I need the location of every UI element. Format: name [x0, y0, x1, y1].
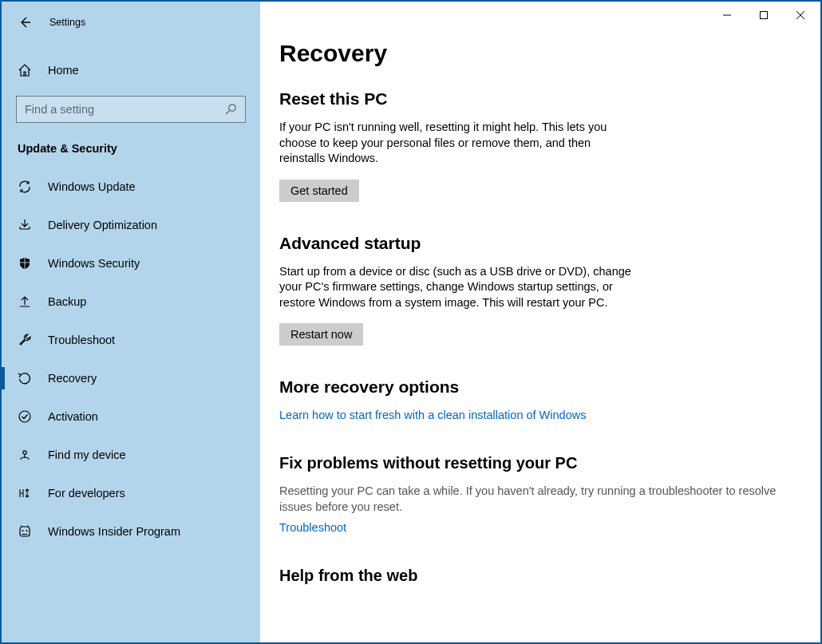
- developer-icon: [18, 486, 32, 500]
- svg-line-5: [226, 110, 230, 114]
- location-icon: [18, 448, 32, 462]
- svg-rect-1: [761, 12, 768, 19]
- sidebar-item-find-my-device[interactable]: Find my device: [2, 436, 260, 474]
- maximize-button[interactable]: [745, 3, 782, 27]
- sync-icon: [18, 180, 32, 194]
- shield-icon: [18, 256, 32, 271]
- sidebar-nav: Windows Update Delivery Optimization Win…: [2, 168, 260, 551]
- sidebar-item-windows-security[interactable]: Windows Security: [2, 244, 260, 282]
- close-button[interactable]: [782, 3, 819, 27]
- check-circle-icon: [18, 409, 32, 424]
- sidebar-item-label: Activation: [48, 410, 98, 423]
- section-help-web: Help from the web: [279, 567, 801, 585]
- advanced-heading: Advanced startup: [279, 234, 801, 253]
- section-reset-pc: Reset this PC If your PC isn't running w…: [279, 89, 801, 202]
- svg-point-4: [229, 105, 235, 111]
- get-started-button[interactable]: Get started: [279, 180, 359, 202]
- insider-icon: [18, 524, 32, 539]
- minimize-button[interactable]: [709, 3, 745, 27]
- sidebar-item-windows-insider[interactable]: Windows Insider Program: [2, 512, 260, 551]
- fix-heading: Fix problems without resetting your PC: [279, 454, 801, 472]
- svg-point-10: [26, 530, 28, 531]
- help-heading: Help from the web: [279, 567, 801, 585]
- window-controls: [709, 3, 819, 27]
- sidebar-item-label: Find my device: [48, 448, 126, 461]
- sidebar-category: Update & Security: [2, 123, 260, 163]
- section-more-recovery: More recovery options Learn how to start…: [279, 377, 801, 422]
- restart-now-button[interactable]: Restart now: [279, 323, 363, 346]
- svg-point-6: [19, 411, 30, 422]
- advanced-description: Start up from a device or disc (such as …: [279, 264, 638, 311]
- sidebar-item-label: Recovery: [48, 372, 97, 385]
- svg-point-7: [23, 451, 26, 454]
- svg-point-9: [22, 530, 24, 531]
- recovery-icon: [18, 371, 32, 385]
- backup-icon: [18, 294, 32, 309]
- sidebar-item-label: Delivery Optimization: [48, 219, 157, 231]
- reset-heading: Reset this PC: [279, 89, 801, 109]
- sidebar-item-activation[interactable]: Activation: [2, 397, 260, 436]
- settings-window: Settings Home Update & Security: [0, 0, 822, 644]
- home-label: Home: [48, 64, 79, 77]
- search-input[interactable]: [25, 103, 224, 116]
- download-icon: [18, 218, 32, 232]
- section-fix-problems: Fix problems without resetting your PC R…: [279, 454, 801, 534]
- sidebar-item-recovery[interactable]: Recovery: [2, 359, 260, 397]
- sidebar-item-for-developers[interactable]: For developers: [2, 474, 260, 512]
- window-title: Settings: [49, 17, 85, 28]
- section-advanced-startup: Advanced startup Start up from a device …: [279, 234, 801, 346]
- more-heading: More recovery options: [279, 377, 801, 397]
- sidebar-item-label: Windows Insider Program: [48, 525, 180, 538]
- search-icon: [224, 103, 237, 116]
- sidebar-item-label: For developers: [48, 487, 125, 500]
- sidebar-item-backup[interactable]: Backup: [2, 282, 260, 321]
- search-box[interactable]: [16, 96, 246, 123]
- sidebar-item-label: Windows Update: [48, 180, 136, 193]
- home-icon: [18, 63, 32, 77]
- sidebar-item-label: Windows Security: [48, 257, 140, 270]
- home-link[interactable]: Home: [2, 53, 260, 88]
- fresh-install-link[interactable]: Learn how to start fresh with a clean in…: [279, 409, 586, 421]
- troubleshoot-link[interactable]: Troubleshoot: [279, 521, 346, 534]
- wrench-icon: [18, 333, 32, 347]
- sidebar-item-label: Troubleshoot: [48, 334, 115, 346]
- page-title: Recovery: [279, 40, 801, 67]
- sidebar: Settings Home Update & Security: [2, 2, 260, 642]
- sidebar-item-windows-update[interactable]: Windows Update: [2, 168, 260, 206]
- sidebar-item-troubleshoot[interactable]: Troubleshoot: [2, 321, 260, 359]
- reset-description: If your PC isn't running well, resetting…: [279, 120, 638, 167]
- back-button[interactable]: [18, 15, 32, 30]
- fix-description: Resetting your PC can take a while. If y…: [279, 484, 801, 515]
- sidebar-item-label: Backup: [48, 295, 86, 308]
- sidebar-item-delivery-optimization[interactable]: Delivery Optimization: [2, 206, 260, 244]
- main-content: Recovery Reset this PC If your PC isn't …: [260, 2, 820, 642]
